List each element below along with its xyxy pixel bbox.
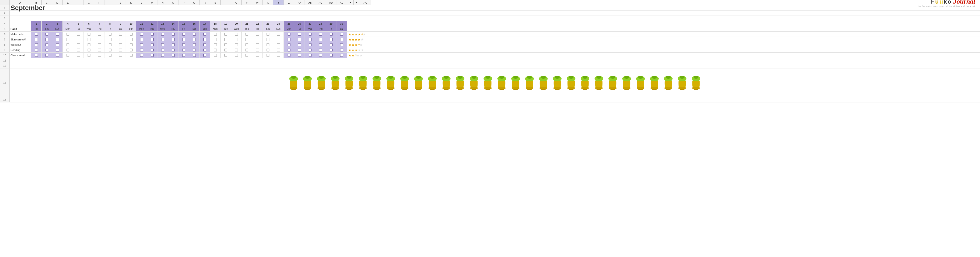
- cb-10-23[interactable]: [263, 53, 273, 57]
- cb-8-23[interactable]: [263, 42, 273, 47]
- cb-6-26[interactable]: [294, 32, 305, 37]
- col-header-I[interactable]: I: [105, 0, 115, 5]
- cb-7-12[interactable]: [147, 37, 158, 42]
- cb-7-29[interactable]: [326, 37, 336, 42]
- cb-10-10[interactable]: [126, 53, 136, 57]
- cb-8-16[interactable]: [189, 42, 200, 47]
- cb-6-30[interactable]: [336, 32, 347, 37]
- cb-10-7[interactable]: [94, 53, 105, 57]
- cb-7-3[interactable]: [52, 37, 63, 42]
- cb-9-3[interactable]: [52, 47, 63, 53]
- col-header-W[interactable]: W: [252, 0, 263, 5]
- col-header-V[interactable]: V: [242, 0, 252, 5]
- cb-7-18[interactable]: [210, 37, 221, 42]
- col-header-X[interactable]: X: [263, 0, 273, 5]
- cb-6-13[interactable]: [158, 32, 168, 37]
- cb-7-14[interactable]: [168, 37, 178, 42]
- cb-10-16[interactable]: [189, 53, 200, 57]
- cb-7-28[interactable]: [315, 37, 326, 42]
- cb-7-2[interactable]: [41, 37, 52, 42]
- col-header-Y[interactable]: Y: [273, 0, 284, 5]
- col-header-Q[interactable]: Q: [189, 0, 200, 5]
- cb-7-4[interactable]: [63, 37, 73, 42]
- cb-9-17[interactable]: [200, 47, 210, 53]
- col-header-AD[interactable]: AD: [326, 0, 336, 5]
- cb-9-25[interactable]: [284, 47, 294, 53]
- cb-6-15[interactable]: [178, 32, 189, 37]
- cb-8-6[interactable]: [84, 42, 94, 47]
- cb-9-28[interactable]: [315, 47, 326, 53]
- cb-6-23[interactable]: [263, 32, 273, 37]
- cb-9-11[interactable]: [136, 47, 147, 53]
- cb-9-6[interactable]: [84, 47, 94, 53]
- cb-6-11[interactable]: [136, 32, 147, 37]
- cb-10-15[interactable]: [178, 53, 189, 57]
- col-header-K[interactable]: K: [126, 0, 136, 5]
- cb-8-12[interactable]: [147, 42, 158, 47]
- col-header-AG[interactable]: AG: [360, 0, 371, 5]
- cb-6-28[interactable]: [315, 32, 326, 37]
- cb-6-17[interactable]: [200, 32, 210, 37]
- cb-8-22[interactable]: [252, 42, 263, 47]
- cb-7-22[interactable]: [252, 37, 263, 42]
- cb-10-6[interactable]: [84, 53, 94, 57]
- cb-10-28[interactable]: [315, 53, 326, 57]
- col-header-F[interactable]: F: [73, 0, 84, 5]
- cb-7-30[interactable]: [336, 37, 347, 42]
- cb-10-27[interactable]: [305, 53, 315, 57]
- cb-10-22[interactable]: [252, 53, 263, 57]
- cb-7-19[interactable]: [221, 37, 231, 42]
- cb-10-3[interactable]: [52, 53, 63, 57]
- cb-10-29[interactable]: [326, 53, 336, 57]
- cb-7-24[interactable]: [273, 37, 284, 42]
- cb-9-23[interactable]: [263, 47, 273, 53]
- cb-6-8[interactable]: [105, 32, 115, 37]
- cb-10-8[interactable]: [105, 53, 115, 57]
- cb-8-9[interactable]: [115, 42, 126, 47]
- col-header-L[interactable]: L: [136, 0, 147, 5]
- cb-10-17[interactable]: [200, 53, 210, 57]
- cb-7-9[interactable]: [115, 37, 126, 42]
- cb-10-1[interactable]: [31, 53, 41, 57]
- cb-10-11[interactable]: [136, 53, 147, 57]
- cb-10-13[interactable]: [158, 53, 168, 57]
- cb-7-23[interactable]: [263, 37, 273, 42]
- cb-8-25[interactable]: [284, 42, 294, 47]
- cb-7-21[interactable]: [242, 37, 252, 42]
- cb-10-18[interactable]: [210, 53, 221, 57]
- cb-7-1[interactable]: [31, 37, 41, 42]
- col-scroll-right[interactable]: ►: [354, 0, 360, 5]
- cb-8-5[interactable]: [73, 42, 84, 47]
- col-header-J[interactable]: J: [115, 0, 126, 5]
- cb-6-24[interactable]: [273, 32, 284, 37]
- cb-8-24[interactable]: [273, 42, 284, 47]
- col-header-M[interactable]: M: [147, 0, 158, 5]
- cb-9-4[interactable]: [63, 47, 73, 53]
- cb-6-16[interactable]: [189, 32, 200, 37]
- col-header-G[interactable]: G: [84, 0, 94, 5]
- cb-9-5[interactable]: [73, 47, 84, 53]
- cb-8-4[interactable]: [63, 42, 73, 47]
- cb-6-5[interactable]: [73, 32, 84, 37]
- cb-9-29[interactable]: [326, 47, 336, 53]
- cb-9-2[interactable]: [41, 47, 52, 53]
- col-header-R[interactable]: R: [200, 0, 210, 5]
- col-header-AE[interactable]: AE: [336, 0, 347, 5]
- col-header-AC[interactable]: AC: [315, 0, 326, 5]
- cb-6-21[interactable]: [242, 32, 252, 37]
- cb-9-27[interactable]: [305, 47, 315, 53]
- cb-6-6[interactable]: [84, 32, 94, 37]
- cb-9-14[interactable]: [168, 47, 178, 53]
- cb-7-6[interactable]: [84, 37, 94, 42]
- col-header-P[interactable]: P: [178, 0, 189, 5]
- cb-8-19[interactable]: [221, 42, 231, 47]
- cb-10-26[interactable]: [294, 53, 305, 57]
- cb-10-19[interactable]: [221, 53, 231, 57]
- cb-7-11[interactable]: [136, 37, 147, 42]
- col-header-T[interactable]: T: [221, 0, 231, 5]
- col-scroll-left[interactable]: ◄: [347, 0, 354, 5]
- cb-6-19[interactable]: [221, 32, 231, 37]
- cb-8-18[interactable]: [210, 42, 221, 47]
- col-header-AA[interactable]: AA: [294, 0, 305, 5]
- cb-10-2[interactable]: [41, 53, 52, 57]
